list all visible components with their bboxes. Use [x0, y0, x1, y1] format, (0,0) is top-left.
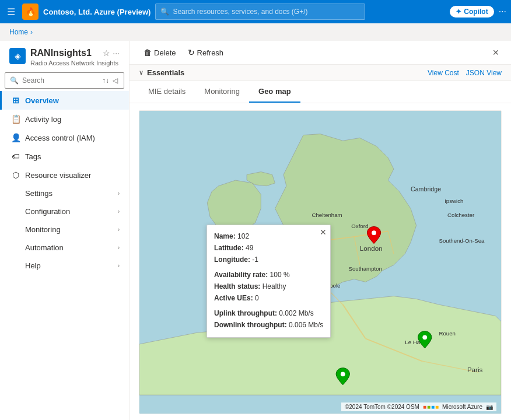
settings-chevron-icon: › — [118, 190, 120, 197]
svg-text:Rouen: Rouen — [439, 330, 456, 337]
access-control-icon: 👤 — [11, 133, 20, 142]
breadcrumb: Home › — [0, 23, 511, 41]
monitoring-chevron-icon: › — [118, 226, 120, 233]
refresh-icon: ↻ — [188, 48, 195, 57]
tab-geo-map[interactable]: Geo map — [249, 81, 300, 103]
search-action-buttons: ↑↓ ◁ — [101, 75, 119, 86]
windows-logo-icon: ■■■■ — [423, 404, 439, 410]
sidebar-automation-label: Automation — [25, 243, 64, 252]
resource-visualizer-icon: ⬡ — [11, 170, 20, 180]
resource-header: ◈ RANInsights1 ☆ ··· Radio Access Networ… — [0, 41, 129, 66]
close-panel-button[interactable]: ✕ — [490, 46, 502, 60]
svg-text:Southend-On-Sea: Southend-On-Sea — [439, 237, 485, 244]
sidebar-monitoring-label: Monitoring — [25, 225, 61, 234]
svg-text:Ipswich: Ipswich — [444, 198, 463, 204]
view-cost-link[interactable]: View Cost — [428, 69, 459, 77]
essentials-chevron-icon: ∨ — [139, 69, 144, 76]
resource-more-icon[interactable]: ··· — [113, 48, 120, 58]
sidebar-configuration-label: Configuration — [25, 207, 70, 216]
topbar-more-button[interactable]: ··· — [499, 6, 506, 17]
popup-uplink: Uplink throughput: 0.002 Mb/s — [214, 308, 323, 318]
popup-close-button[interactable]: ✕ — [320, 228, 327, 237]
sidebar-settings-label: Settings — [25, 189, 52, 198]
refresh-button[interactable]: ↻ Refresh — [183, 46, 229, 60]
top-bar-right-actions: ✦ Copilot ··· — [450, 6, 506, 18]
overview-icon: ⊞ — [11, 96, 20, 105]
tab-monitoring[interactable]: Monitoring — [195, 81, 249, 103]
geo-map-container[interactable]: Cambridge Ipswich Colchester Cheltenham … — [139, 110, 502, 414]
breadcrumb-home[interactable]: Home — [9, 28, 28, 36]
automation-chevron-icon: › — [118, 244, 120, 251]
sidebar-item-settings[interactable]: Settings › — [0, 184, 129, 202]
delete-button[interactable]: 🗑 Delete — [139, 46, 181, 60]
sidebar-item-automation[interactable]: Automation › — [0, 239, 129, 257]
help-chevron-icon: › — [118, 262, 120, 269]
refresh-label: Refresh — [197, 48, 224, 57]
svg-point-28 — [422, 335, 427, 340]
popup-active-ues: Active UEs: 0 — [214, 293, 323, 303]
resource-title-row: RANInsights1 ☆ ··· — [30, 48, 120, 58]
sidebar-item-help[interactable]: Help › — [0, 257, 129, 275]
sidebar: ◈ RANInsights1 ☆ ··· Radio Access Networ… — [0, 41, 130, 420]
popup-name: Name: 102 — [214, 231, 323, 242]
essentials-bar: ∨ Essentials View Cost JSON View — [130, 65, 511, 81]
popup-health: Health status: Healthy — [214, 281, 323, 292]
main-content: 🗑 Delete ↻ Refresh ✕ ∨ Essentials View C… — [130, 41, 511, 420]
sidebar-item-overview[interactable]: ⊞ Overview — [0, 91, 129, 110]
global-search-bar[interactable]: 🔍 Search resources, services, and docs (… — [155, 4, 365, 20]
copilot-button[interactable]: ✦ Copilot — [450, 6, 494, 18]
svg-text:Oxford: Oxford — [351, 223, 368, 229]
sidebar-search-input[interactable] — [22, 76, 97, 85]
svg-text:London: London — [360, 244, 383, 252]
sidebar-item-monitoring[interactable]: Monitoring › — [0, 220, 129, 239]
json-view-link[interactable]: JSON View — [466, 69, 502, 77]
sidebar-activity-log-label: Activity log — [25, 115, 61, 124]
svg-text:Colchester: Colchester — [447, 212, 475, 218]
svg-text:Cambridge: Cambridge — [411, 186, 441, 192]
resource-name: RANInsights1 — [30, 48, 92, 58]
camera-icon: 📷 — [486, 404, 493, 410]
popup-latitude: Latitude: 49 — [214, 243, 323, 253]
sidebar-overview-label: Overview — [25, 96, 59, 105]
favorite-star-icon[interactable]: ☆ — [103, 48, 110, 58]
tab-mie-details[interactable]: MIE details — [139, 81, 195, 103]
breadcrumb-separator: › — [30, 28, 33, 36]
resource-type-icon: ◈ — [9, 48, 26, 64]
activity-log-icon: 📋 — [11, 114, 20, 124]
map-background: Cambridge Ipswich Colchester Cheltenham … — [139, 111, 501, 414]
copilot-label: Copilot — [464, 8, 488, 16]
org-name: Contoso, Ltd. Azure (Preview) — [43, 8, 150, 16]
map-attribution-text: ©2024 TomTom ©2024 OSM — [345, 404, 419, 410]
sidebar-search-box[interactable]: 🔍 ↑↓ ◁ — [5, 72, 124, 89]
popup-availability: Availability rate: 100 % — [214, 270, 323, 280]
svg-text:Southampton: Southampton — [348, 265, 382, 272]
sidebar-item-tags[interactable]: 🏷 Tags — [0, 147, 129, 166]
essentials-label: Essentials — [147, 68, 184, 77]
sidebar-tags-label: Tags — [25, 152, 41, 161]
svg-text:Cheltenham: Cheltenham — [312, 212, 342, 218]
sidebar-item-configuration[interactable]: Configuration › — [0, 202, 129, 220]
search-collapse-button[interactable]: ↑↓ — [101, 75, 110, 86]
sidebar-item-access-control[interactable]: 👤 Access control (IAM) — [0, 128, 129, 147]
map-info-popup: ✕ Name: 102 Latitude: 49 Longitude: -1 A… — [206, 225, 331, 338]
tags-icon: 🏷 — [11, 152, 20, 161]
search-panel-button[interactable]: ◁ — [111, 75, 119, 86]
map-attribution: ©2024 TomTom ©2024 OSM ■■■■ Microsoft Az… — [341, 402, 496, 411]
sidebar-access-control-label: Access control (IAM) — [25, 134, 95, 142]
content-tabs: MIE details Monitoring Geo map — [130, 81, 511, 103]
sidebar-item-activity-log[interactable]: 📋 Activity log — [0, 110, 129, 128]
search-icon: 🔍 — [160, 8, 169, 16]
sidebar-search-icon: 🔍 — [10, 76, 19, 85]
hamburger-menu-icon[interactable]: ☰ — [5, 4, 18, 20]
global-search-placeholder: Search resources, services, and docs (G+… — [173, 8, 307, 16]
delete-label: Delete — [154, 48, 176, 57]
sidebar-nav: ⊞ Overview 📋 Activity log 👤 Access contr… — [0, 91, 129, 275]
sidebar-item-resource-visualizer[interactable]: ⬡ Resource visualizer — [0, 166, 129, 184]
delete-icon: 🗑 — [144, 48, 152, 57]
sidebar-help-label: Help — [25, 261, 41, 270]
resource-subtitle: Radio Access Network Insights — [30, 60, 120, 66]
copilot-icon: ✦ — [456, 8, 461, 16]
microsoft-azure-attribution: Microsoft Azure — [442, 404, 482, 410]
top-navigation-bar: ☰ 🔥 Contoso, Ltd. Azure (Preview) 🔍 Sear… — [0, 0, 511, 23]
popup-downlink: Downlink throughput: 0.006 Mb/s — [214, 320, 323, 330]
